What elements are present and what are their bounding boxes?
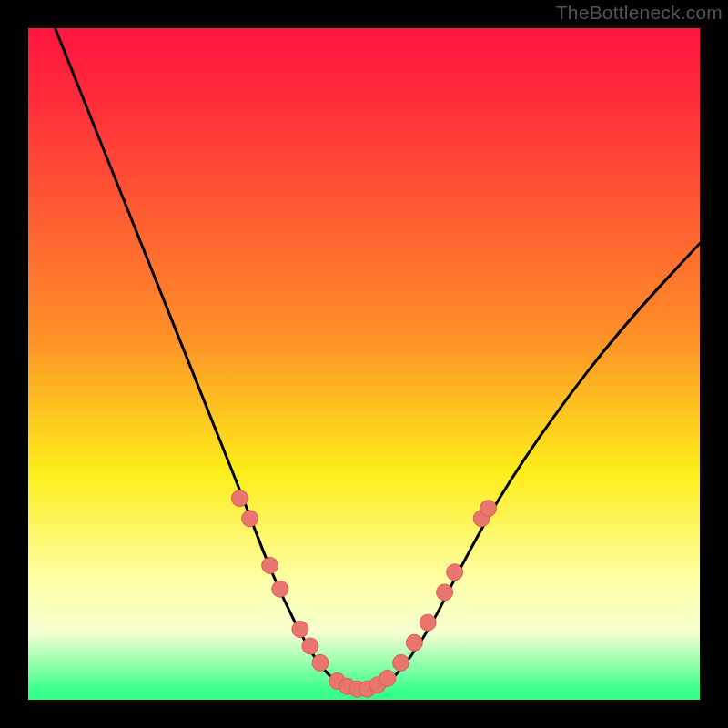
curve-marker [272,581,288,597]
plot-area [28,28,700,700]
curve-layer [28,28,700,700]
curve-marker [447,564,463,581]
curve-marker [302,638,318,654]
curve-marker [242,511,258,527]
curve-marker [262,557,278,573]
chart-frame: TheBottleneck.com [0,0,728,728]
curve-markers [231,490,496,698]
curve-marker [480,500,497,517]
watermark-text: TheBottleneck.com [556,2,723,24]
curve-marker [379,670,396,686]
curve-marker [312,654,329,671]
curve-marker [393,654,410,671]
curve-marker [437,584,453,601]
curve-marker [292,622,308,638]
bottleneck-curve [56,28,700,690]
curve-marker [406,634,422,651]
curve-marker [420,614,436,631]
curve-marker [231,490,248,507]
